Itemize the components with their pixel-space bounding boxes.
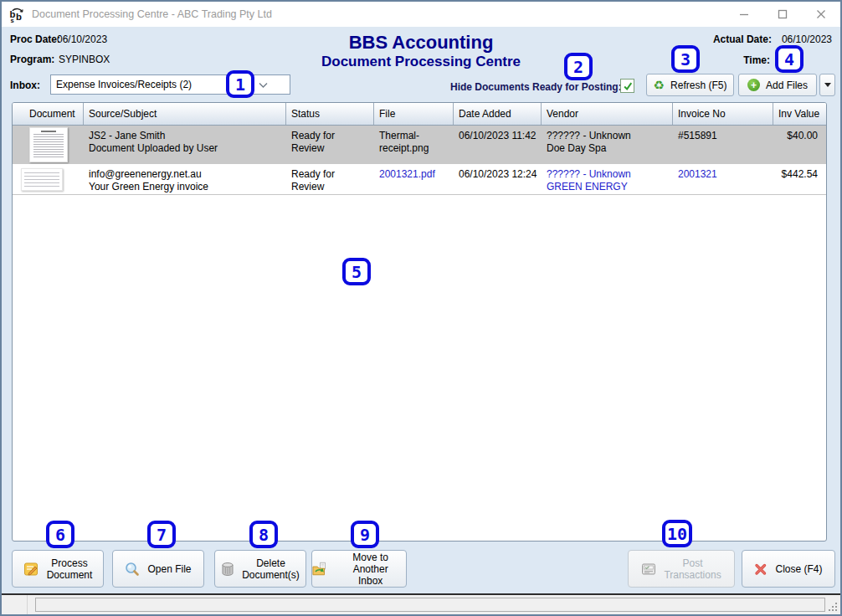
maximize-button[interactable] <box>763 2 802 27</box>
post-transactions-icon <box>641 562 656 576</box>
refresh-icon <box>654 79 665 91</box>
column-header-status[interactable]: Status <box>286 103 374 125</box>
add-files-dropdown-button[interactable] <box>819 74 835 96</box>
vendor-line: GREEN ENERGY <box>547 181 673 193</box>
table-row[interactable]: info@greenenergy.net.au Your Green Energ… <box>13 164 826 194</box>
column-header-source-subject[interactable]: Source/Subject <box>84 103 286 125</box>
resize-grip[interactable] <box>835 609 837 611</box>
close-button-label: Close (F4) <box>775 563 822 575</box>
actual-date-label: Actual Date: <box>713 33 772 45</box>
process-document-label-1: Process <box>47 557 93 569</box>
dropdown-arrow-icon <box>824 83 831 87</box>
documents-table: Document Source/Subject Status File Date… <box>12 102 827 542</box>
file-name[interactable]: Thermal-receipt.png <box>379 130 429 154</box>
column-header-file[interactable]: File <box>374 103 454 125</box>
post-transactions-button[interactable]: Post Transactions <box>628 550 735 588</box>
chevron-down-icon <box>259 82 268 89</box>
svg-text:b: b <box>16 11 22 21</box>
vendor-cell: ?????? - Unknown GREEN ENERGY <box>542 164 673 194</box>
open-file-label: Open File <box>147 563 191 575</box>
status-line: Ready for <box>291 130 374 142</box>
actual-date-row: Actual Date: 06/10/2023 <box>713 33 832 45</box>
status-bar <box>2 593 840 614</box>
source-subject-cell: info@greenenergy.net.au Your Green Energ… <box>84 164 286 194</box>
annotation-badge-4: 4 <box>775 45 803 73</box>
close-window-button[interactable] <box>802 2 840 27</box>
vendor-line: Doe Day Spa <box>547 142 673 155</box>
annotation-badge-10: 10 <box>662 520 692 547</box>
status-line: Review <box>291 142 374 155</box>
status-cell: Ready for Review <box>286 164 374 194</box>
date-added-cell: 06/10/2023 12:24 <box>454 164 542 194</box>
annotation-badge-7: 7 <box>147 521 176 548</box>
delete-documents-label-1: Delete <box>242 557 300 569</box>
file-cell: Thermal-receipt.png <box>374 126 454 164</box>
annotation-badge-8: 8 <box>249 521 278 548</box>
source-line: JS2 - Jane Smith <box>89 130 286 142</box>
status-bar-left-section <box>2 595 28 614</box>
table-row[interactable]: JS2 - Jane Smith Document Uploaded by Us… <box>13 126 826 164</box>
file-link[interactable]: 2001321.pdf <box>379 168 435 180</box>
title-bar: b s b Document Processing Centre - ABC T… <box>2 2 840 27</box>
annotation-badge-5: 5 <box>342 258 371 285</box>
magnifier-icon <box>125 562 140 577</box>
annotation-badge-1: 1 <box>226 70 254 98</box>
status-bar-message-area <box>35 598 825 612</box>
refresh-button[interactable]: Refresh (F5) <box>646 74 734 96</box>
refresh-button-label: Refresh (F5) <box>670 80 726 91</box>
status-line: Ready for <box>291 168 374 181</box>
inbox-selected-value: Expense Invoices/Receipts (2) <box>51 79 192 90</box>
process-document-button[interactable]: Process Document <box>12 550 104 588</box>
table-header-row: Document Source/Subject Status File Date… <box>13 103 826 126</box>
app-logo-icon: b s b <box>9 7 25 23</box>
receipt-thumbnail <box>29 127 68 162</box>
edit-note-icon <box>23 561 39 577</box>
subject-line: Document Uploaded by User <box>89 142 286 155</box>
vendor-cell: ?????? - Unknown Doe Day Spa <box>542 126 673 164</box>
plus-icon <box>747 79 760 91</box>
date-added-cell: 06/10/2023 11:42 <box>454 126 542 164</box>
open-file-button[interactable]: Open File <box>112 550 204 588</box>
close-button[interactable]: Close (F4) <box>742 550 835 588</box>
inv-value-cell: $40.00 <box>773 126 826 164</box>
move-to-inbox-label-1: Move to Another <box>335 552 406 575</box>
minimize-button[interactable] <box>725 2 763 27</box>
process-document-label-2: Document <box>47 569 93 581</box>
invoice-no-cell: #515891 <box>673 126 773 164</box>
move-to-inbox-label-2: Inbox <box>335 575 406 587</box>
hide-posting-checkbox[interactable] <box>620 79 634 93</box>
annotation-badge-2: 2 <box>564 53 593 80</box>
delete-documents-label-2: Document(s) <box>242 569 300 581</box>
add-files-button-label: Add Files <box>766 80 808 91</box>
document-thumbnail-cell <box>13 126 84 164</box>
annotation-badge-3: 3 <box>671 45 700 73</box>
subject-line: Your Green Energy invoice <box>89 181 286 193</box>
column-header-invoice-no[interactable]: Invoice No <box>673 103 773 125</box>
app-subtitle: Document Processing Centre <box>2 54 840 70</box>
add-files-button[interactable]: Add Files <box>738 74 817 96</box>
annotation-badge-6: 6 <box>46 521 74 548</box>
column-header-document[interactable]: Document <box>13 103 84 125</box>
move-to-inbox-button[interactable]: Move to Another Inbox <box>311 550 407 588</box>
delete-documents-button[interactable]: Delete Document(s) <box>214 550 306 588</box>
source-subject-cell: JS2 - Jane Smith Document Uploaded by Us… <box>84 126 286 164</box>
column-header-date-added[interactable]: Date Added <box>454 103 542 125</box>
invoice-no-cell[interactable]: 2001321 <box>673 164 773 194</box>
status-cell: Ready for Review <box>286 126 374 164</box>
vendor-line: ?????? - Unknown <box>547 130 673 142</box>
inv-value-cell: $442.54 <box>773 164 826 194</box>
window-controls <box>725 2 840 27</box>
row-separator <box>13 194 826 195</box>
inbox-label: Inbox: <box>10 80 40 91</box>
time-label: Time: <box>743 54 770 66</box>
actual-date-value: 06/10/2023 <box>782 33 832 45</box>
post-transactions-label-2: Transactions <box>664 569 721 581</box>
checkmark-icon <box>623 81 633 91</box>
application-window: b s b Document Processing Centre - ABC T… <box>0 0 842 616</box>
column-header-inv-value[interactable]: Inv Value <box>773 103 826 125</box>
source-line: info@greenenergy.net.au <box>89 168 286 181</box>
file-cell: 2001321.pdf <box>374 164 454 194</box>
column-header-vendor[interactable]: Vendor <box>542 103 673 125</box>
window-title: Document Processing Centre - ABC Trading… <box>32 8 272 20</box>
hide-posting-label: Hide Documents Ready for Posting: <box>450 81 622 93</box>
